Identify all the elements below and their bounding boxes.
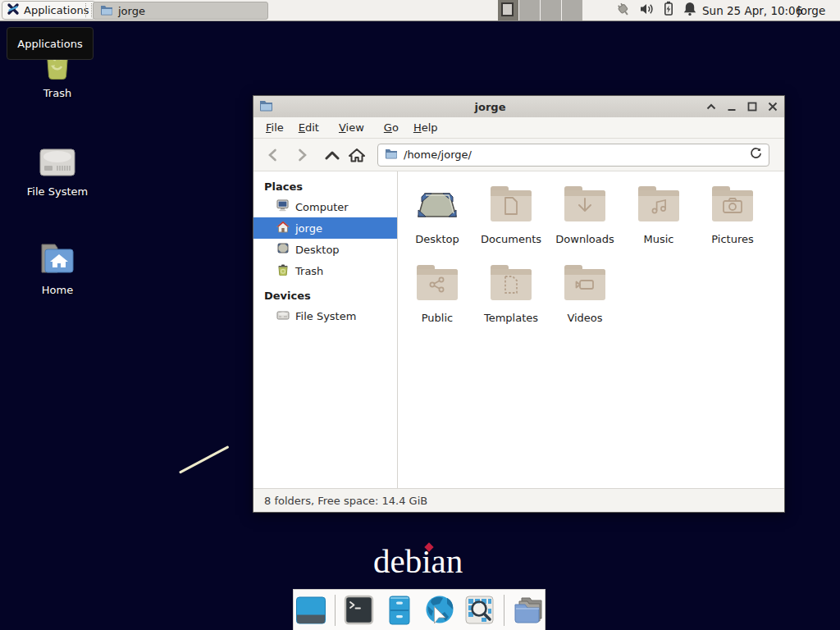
dock-item-terminal[interactable] — [343, 594, 376, 627]
file-item-label: Templates — [484, 312, 538, 324]
workspace-1[interactable] — [498, 0, 519, 21]
file-item-desktop[interactable]: Desktop — [400, 183, 474, 262]
file-item-videos[interactable]: Videos — [548, 262, 622, 340]
shade-button[interactable] — [705, 100, 718, 113]
location-input[interactable]: /home/jorge/ — [404, 148, 744, 161]
menu-help[interactable]: Help — [406, 119, 445, 136]
applications-tooltip: Applications — [7, 27, 94, 60]
sidebar-item-home[interactable]: jorge — [253, 217, 397, 239]
sidebar-item-label: jorge — [295, 222, 322, 235]
home-icon — [276, 221, 290, 235]
dock-item-app-finder[interactable] — [463, 594, 496, 627]
trash-icon — [276, 263, 290, 278]
xfce-logo-icon — [7, 2, 20, 18]
workspace-3[interactable] — [541, 0, 562, 21]
taskbar-window-button[interactable]: jorge — [93, 2, 268, 20]
web-browser-icon — [423, 594, 456, 627]
terminal-icon — [344, 595, 374, 625]
dock-panel — [293, 589, 546, 630]
sidebar-item-computer[interactable]: Computer — [253, 196, 397, 217]
sidebar-item-label: Trash — [295, 265, 323, 277]
sidebar-item-label: File System — [295, 310, 356, 322]
file-item-documents[interactable]: Documents — [474, 183, 548, 262]
folder-icon — [638, 190, 679, 221]
workspace-window-miniature — [501, 2, 514, 16]
file-item-music[interactable]: Music — [622, 183, 696, 262]
dock-item-folder[interactable] — [512, 594, 545, 627]
close-button[interactable] — [766, 100, 779, 113]
desktop-icon-filesystem[interactable]: File System — [12, 138, 103, 198]
dock-item-file-manager[interactable] — [383, 594, 416, 627]
file-list-view[interactable]: Desktop Documents Downloads — [399, 171, 784, 488]
battery-icon[interactable] — [662, 1, 675, 20]
menu-edit[interactable]: Edit — [291, 119, 326, 136]
taskbar-grip — [85, 3, 92, 17]
forward-button[interactable] — [290, 144, 315, 167]
folder-icon — [564, 269, 605, 300]
window-titlebar[interactable]: jorge — [253, 96, 784, 118]
file-item-templates[interactable]: Templates — [474, 262, 548, 340]
mouse-cursor — [179, 445, 229, 474]
file-item-label: Public — [422, 312, 453, 324]
reload-button[interactable] — [750, 147, 762, 162]
taskbar-window-label: jorge — [118, 5, 145, 17]
desktop-icon-label: File System — [12, 185, 103, 198]
tooltip-text: Applications — [17, 38, 82, 50]
volume-icon[interactable] — [639, 2, 655, 20]
folder-icon — [564, 190, 605, 221]
desktop-icon-home[interactable]: Home — [12, 236, 103, 296]
debian-logo: debian — [373, 541, 463, 581]
sidebar-item-label: Computer — [295, 201, 349, 213]
file-item-public[interactable]: Public — [400, 262, 474, 340]
maximize-button[interactable] — [746, 100, 759, 113]
sidebar-item-filesystem[interactable]: File System — [253, 305, 397, 326]
up-button[interactable] — [320, 144, 345, 167]
file-item-downloads[interactable]: Downloads — [548, 183, 622, 262]
back-button[interactable] — [260, 144, 285, 167]
file-item-label: Downloads — [555, 233, 614, 245]
location-folder-icon — [385, 147, 398, 162]
sidebar: Places Computer — [253, 171, 398, 488]
minimize-button[interactable] — [725, 100, 738, 113]
debian-logo-text: debian — [373, 542, 463, 580]
filesystem-drive-icon — [12, 138, 103, 180]
panel-clock[interactable]: Sun 25 Apr, 10:06 — [702, 0, 802, 21]
toolbar: /home/jorge/ — [253, 139, 784, 171]
file-item-label: Music — [644, 233, 674, 245]
menu-view[interactable]: View — [331, 119, 372, 136]
top-panel: Applications jorge — [0, 0, 840, 21]
drive-icon — [276, 309, 290, 323]
workspace-2[interactable] — [519, 0, 541, 21]
computer-icon — [276, 199, 290, 214]
dock-item-web-browser[interactable] — [423, 594, 456, 627]
home-folder-icon — [12, 236, 103, 279]
system-tray — [614, 0, 697, 21]
panel-user-label[interactable]: jorge — [797, 0, 825, 21]
file-item-label: Documents — [481, 233, 541, 245]
desktop-icon-label: Trash — [12, 87, 103, 99]
folder-icon — [712, 190, 753, 221]
taskbar-folder-icon — [100, 4, 113, 18]
dock-separator — [335, 595, 336, 626]
statusbar: 8 folders, Free space: 14.4 GiB — [253, 488, 784, 512]
menu-file[interactable]: File — [258, 119, 291, 136]
sidebar-item-label: Desktop — [295, 244, 340, 256]
sidebar-item-trash[interactable]: Trash — [253, 260, 397, 281]
places-header: Places — [253, 176, 397, 196]
dock-item-show-desktop[interactable] — [294, 594, 327, 627]
network-cable-icon[interactable] — [614, 1, 632, 21]
desktop-background: Applications jorge — [0, 0, 840, 630]
home-button[interactable] — [345, 144, 369, 167]
notifications-bell-icon[interactable] — [682, 1, 697, 20]
menu-go[interactable]: Go — [377, 119, 406, 136]
location-bar[interactable]: /home/jorge/ — [377, 144, 769, 167]
dock-separator — [504, 595, 504, 626]
file-item-label: Videos — [567, 312, 602, 324]
file-item-pictures[interactable]: Pictures — [696, 183, 769, 262]
workspace-4[interactable] — [562, 0, 583, 21]
applications-menu-button[interactable]: Applications — [2, 1, 96, 20]
menubar: File Edit View Go Help — [253, 117, 784, 139]
sidebar-item-desktop[interactable]: Desktop — [253, 239, 397, 260]
desktop-icon — [276, 242, 290, 257]
workspace-switcher — [498, 0, 583, 21]
